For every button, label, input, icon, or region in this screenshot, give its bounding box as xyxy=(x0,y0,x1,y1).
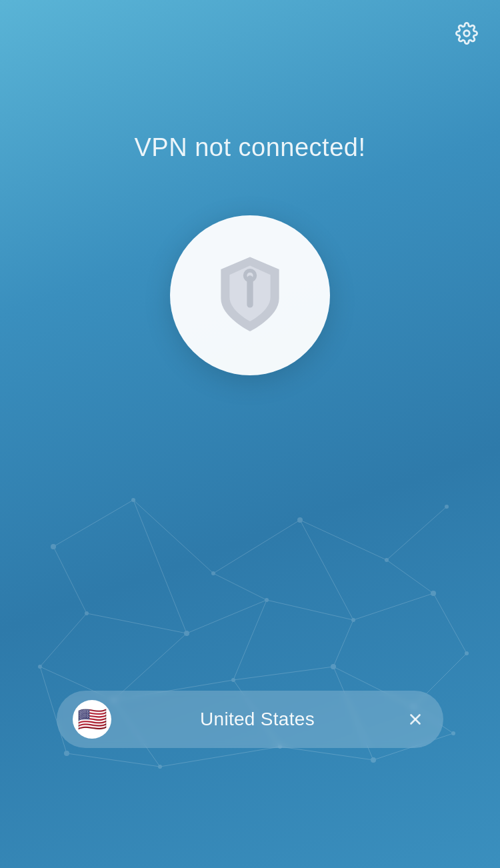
vpn-status-text: VPN not connected! xyxy=(135,133,366,162)
gear-icon xyxy=(455,22,478,45)
settings-button[interactable] xyxy=(452,19,481,48)
svg-point-55 xyxy=(464,31,470,37)
shield-icon xyxy=(207,252,293,339)
main-content: VPN not connected! xyxy=(0,0,500,868)
connect-button[interactable] xyxy=(170,215,330,375)
